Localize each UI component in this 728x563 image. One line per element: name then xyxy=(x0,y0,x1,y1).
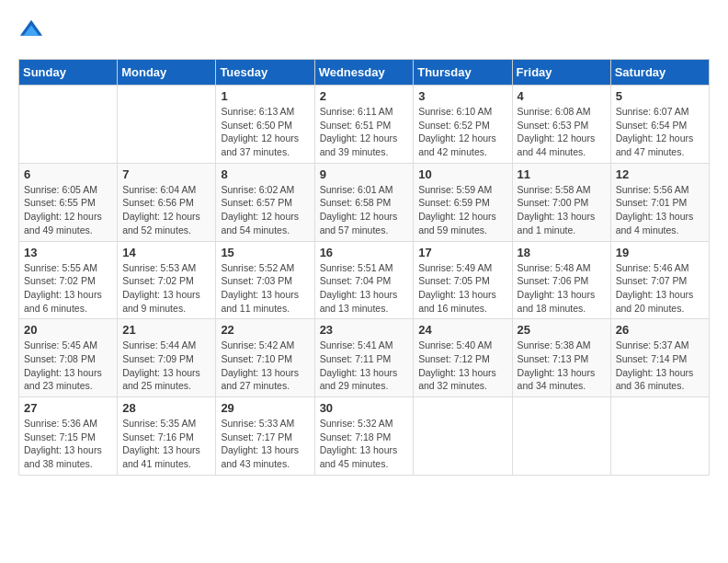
calendar-cell: 16Sunrise: 5:51 AM Sunset: 7:04 PM Dayli… xyxy=(314,241,414,319)
calendar-week-4: 20Sunrise: 5:45 AM Sunset: 7:08 PM Dayli… xyxy=(19,319,710,397)
day-info: Sunrise: 5:48 AM Sunset: 7:06 PM Dayligh… xyxy=(518,261,606,316)
weekday-header-sunday: Sunday xyxy=(19,60,118,86)
calendar-cell: 30Sunrise: 5:32 AM Sunset: 7:18 PM Dayli… xyxy=(314,397,414,476)
calendar-cell: 27Sunrise: 5:36 AM Sunset: 7:15 PM Dayli… xyxy=(19,397,118,476)
day-number: 28 xyxy=(122,401,210,415)
calendar-cell: 4Sunrise: 6:08 AM Sunset: 6:53 PM Daylig… xyxy=(512,86,610,164)
weekday-header-thursday: Thursday xyxy=(414,60,512,86)
weekday-header-saturday: Saturday xyxy=(610,60,709,86)
day-info: Sunrise: 5:33 AM Sunset: 7:17 PM Dayligh… xyxy=(221,417,309,471)
calendar-cell: 22Sunrise: 5:42 AM Sunset: 7:10 PM Dayli… xyxy=(216,319,314,397)
day-number: 22 xyxy=(221,323,309,337)
calendar-cell: 1Sunrise: 6:13 AM Sunset: 6:50 PM Daylig… xyxy=(216,86,314,164)
calendar-cell xyxy=(610,397,709,476)
calendar-cell xyxy=(19,86,118,164)
calendar-cell xyxy=(414,397,512,476)
calendar-cell: 14Sunrise: 5:53 AM Sunset: 7:02 PM Dayli… xyxy=(118,241,216,319)
calendar-cell: 17Sunrise: 5:49 AM Sunset: 7:05 PM Dayli… xyxy=(414,241,512,319)
day-info: Sunrise: 5:58 AM Sunset: 7:00 PM Dayligh… xyxy=(518,183,606,237)
calendar-cell: 5Sunrise: 6:07 AM Sunset: 6:54 PM Daylig… xyxy=(610,86,709,164)
day-number: 2 xyxy=(320,89,409,103)
day-number: 29 xyxy=(221,401,309,415)
day-info: Sunrise: 5:55 AM Sunset: 7:02 PM Dayligh… xyxy=(24,261,112,316)
day-info: Sunrise: 5:52 AM Sunset: 7:03 PM Dayligh… xyxy=(221,261,309,316)
day-info: Sunrise: 5:44 AM Sunset: 7:09 PM Dayligh… xyxy=(122,339,210,393)
day-number: 13 xyxy=(24,246,112,259)
calendar-cell: 8Sunrise: 6:02 AM Sunset: 6:57 PM Daylig… xyxy=(216,163,314,241)
day-number: 17 xyxy=(418,246,506,259)
day-number: 5 xyxy=(616,89,704,103)
day-number: 7 xyxy=(122,167,210,181)
day-info: Sunrise: 6:05 AM Sunset: 6:55 PM Dayligh… xyxy=(24,183,112,237)
calendar-cell: 11Sunrise: 5:58 AM Sunset: 7:00 PM Dayli… xyxy=(512,163,610,241)
calendar-cell: 21Sunrise: 5:44 AM Sunset: 7:09 PM Dayli… xyxy=(118,319,216,397)
day-number: 6 xyxy=(24,167,112,181)
day-info: Sunrise: 5:41 AM Sunset: 7:11 PM Dayligh… xyxy=(320,339,409,393)
calendar-cell: 24Sunrise: 5:40 AM Sunset: 7:12 PM Dayli… xyxy=(414,319,512,397)
day-number: 3 xyxy=(418,89,506,103)
day-number: 20 xyxy=(24,323,112,337)
day-info: Sunrise: 5:42 AM Sunset: 7:10 PM Dayligh… xyxy=(221,339,309,393)
calendar-cell xyxy=(118,86,216,164)
day-info: Sunrise: 6:07 AM Sunset: 6:54 PM Dayligh… xyxy=(616,105,704,159)
calendar-cell: 9Sunrise: 6:01 AM Sunset: 6:58 PM Daylig… xyxy=(314,163,414,241)
day-info: Sunrise: 5:45 AM Sunset: 7:08 PM Dayligh… xyxy=(24,339,112,393)
day-number: 1 xyxy=(221,89,309,103)
day-number: 19 xyxy=(616,246,704,259)
day-number: 27 xyxy=(24,401,112,415)
day-number: 24 xyxy=(418,323,506,337)
calendar-week-3: 13Sunrise: 5:55 AM Sunset: 7:02 PM Dayli… xyxy=(19,241,710,319)
logo-icon xyxy=(18,18,44,44)
calendar-cell: 23Sunrise: 5:41 AM Sunset: 7:11 PM Dayli… xyxy=(314,319,414,397)
day-info: Sunrise: 5:59 AM Sunset: 6:59 PM Dayligh… xyxy=(418,183,506,237)
day-info: Sunrise: 5:38 AM Sunset: 7:13 PM Dayligh… xyxy=(518,339,606,393)
day-info: Sunrise: 5:53 AM Sunset: 7:02 PM Dayligh… xyxy=(122,261,210,316)
logo xyxy=(18,18,48,44)
day-info: Sunrise: 5:46 AM Sunset: 7:07 PM Dayligh… xyxy=(616,261,704,316)
calendar-cell: 13Sunrise: 5:55 AM Sunset: 7:02 PM Dayli… xyxy=(19,241,118,319)
calendar-table: SundayMondayTuesdayWednesdayThursdayFrid… xyxy=(18,59,710,476)
calendar-week-2: 6Sunrise: 6:05 AM Sunset: 6:55 PM Daylig… xyxy=(19,163,710,241)
page-header xyxy=(18,18,710,44)
day-number: 9 xyxy=(320,167,409,181)
day-info: Sunrise: 5:40 AM Sunset: 7:12 PM Dayligh… xyxy=(418,339,506,393)
calendar-cell: 15Sunrise: 5:52 AM Sunset: 7:03 PM Dayli… xyxy=(216,241,314,319)
day-number: 14 xyxy=(122,246,210,259)
day-number: 8 xyxy=(221,167,309,181)
day-number: 12 xyxy=(616,167,704,181)
day-info: Sunrise: 6:13 AM Sunset: 6:50 PM Dayligh… xyxy=(221,105,309,159)
day-info: Sunrise: 5:51 AM Sunset: 7:04 PM Dayligh… xyxy=(320,261,409,316)
calendar-cell: 20Sunrise: 5:45 AM Sunset: 7:08 PM Dayli… xyxy=(19,319,118,397)
day-info: Sunrise: 6:08 AM Sunset: 6:53 PM Dayligh… xyxy=(518,105,606,159)
day-info: Sunrise: 5:49 AM Sunset: 7:05 PM Dayligh… xyxy=(418,261,506,316)
day-number: 23 xyxy=(320,323,409,337)
calendar-cell xyxy=(512,397,610,476)
calendar-cell: 10Sunrise: 5:59 AM Sunset: 6:59 PM Dayli… xyxy=(414,163,512,241)
calendar-cell: 7Sunrise: 6:04 AM Sunset: 6:56 PM Daylig… xyxy=(118,163,216,241)
day-number: 18 xyxy=(518,246,606,259)
day-number: 15 xyxy=(221,246,309,259)
weekday-header-tuesday: Tuesday xyxy=(216,60,314,86)
day-number: 16 xyxy=(320,246,409,259)
calendar-cell: 6Sunrise: 6:05 AM Sunset: 6:55 PM Daylig… xyxy=(19,163,118,241)
day-info: Sunrise: 6:02 AM Sunset: 6:57 PM Dayligh… xyxy=(221,183,309,237)
day-number: 11 xyxy=(518,167,606,181)
calendar-cell: 29Sunrise: 5:33 AM Sunset: 7:17 PM Dayli… xyxy=(216,397,314,476)
calendar-week-1: 1Sunrise: 6:13 AM Sunset: 6:50 PM Daylig… xyxy=(19,86,710,164)
calendar-cell: 26Sunrise: 5:37 AM Sunset: 7:14 PM Dayli… xyxy=(610,319,709,397)
day-number: 25 xyxy=(518,323,606,337)
day-info: Sunrise: 5:56 AM Sunset: 7:01 PM Dayligh… xyxy=(616,183,704,237)
day-number: 26 xyxy=(616,323,704,337)
calendar-cell: 12Sunrise: 5:56 AM Sunset: 7:01 PM Dayli… xyxy=(610,163,709,241)
day-info: Sunrise: 6:04 AM Sunset: 6:56 PM Dayligh… xyxy=(122,183,210,237)
calendar-cell: 3Sunrise: 6:10 AM Sunset: 6:52 PM Daylig… xyxy=(414,86,512,164)
day-number: 30 xyxy=(320,401,409,415)
day-info: Sunrise: 6:10 AM Sunset: 6:52 PM Dayligh… xyxy=(418,105,506,159)
weekday-header-monday: Monday xyxy=(118,60,216,86)
day-info: Sunrise: 5:36 AM Sunset: 7:15 PM Dayligh… xyxy=(24,417,112,471)
calendar-cell: 18Sunrise: 5:48 AM Sunset: 7:06 PM Dayli… xyxy=(512,241,610,319)
day-number: 4 xyxy=(518,89,606,103)
day-info: Sunrise: 5:35 AM Sunset: 7:16 PM Dayligh… xyxy=(122,417,210,471)
day-info: Sunrise: 5:37 AM Sunset: 7:14 PM Dayligh… xyxy=(616,339,704,393)
day-info: Sunrise: 6:11 AM Sunset: 6:51 PM Dayligh… xyxy=(320,105,409,159)
